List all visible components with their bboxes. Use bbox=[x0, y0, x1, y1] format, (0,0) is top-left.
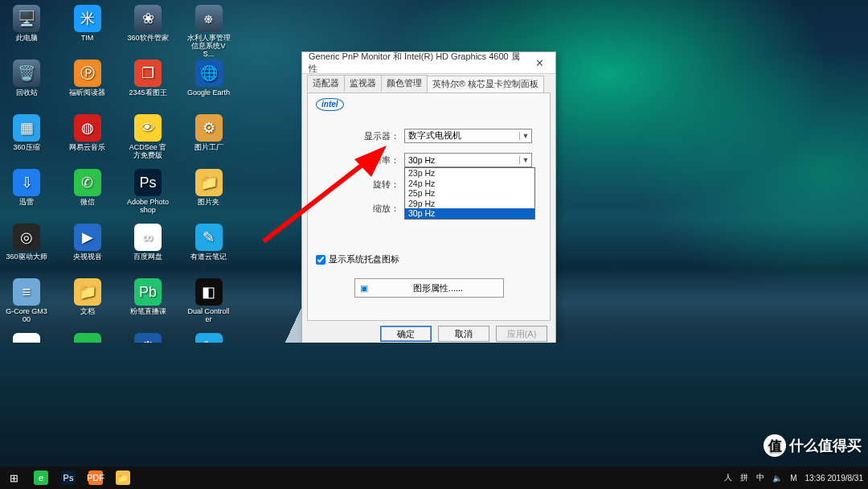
desktop-icon-label: G-Core GM300 bbox=[5, 307, 48, 323]
desktop-icon-label: 格式工厂 bbox=[133, 362, 162, 370]
desktop-icon-22[interactable]: ⚙格式工厂 bbox=[126, 331, 170, 384]
dialog-titlebar[interactable]: Generic PnP Monitor 和 Intel(R) HD Graphi… bbox=[302, 52, 555, 74]
refresh-rate-dropdown[interactable]: 23p Hz24p Hz25p Hz29p Hz30p Hz bbox=[404, 167, 535, 220]
volume-icon[interactable]: 🔈 bbox=[772, 474, 782, 483]
tray-checkbox-input[interactable] bbox=[316, 255, 326, 265]
desktop-icon-label: ACDSee 官方免费版 bbox=[126, 143, 170, 159]
cancel-button[interactable]: 取消 bbox=[438, 326, 489, 342]
taskbar-app-pdf-app[interactable]: PDF bbox=[82, 471, 109, 485]
desktop-icon-label: 有道云笔记网页版 bbox=[187, 362, 231, 378]
desktop-icon-label: 百度网盘 bbox=[133, 253, 162, 261]
desktop-icon-25[interactable]: 🌐Google Earth bbox=[187, 58, 231, 111]
app-icon: 🌐 bbox=[195, 60, 223, 87]
taskbar-app-explorer[interactable]: 📁 bbox=[109, 471, 137, 485]
desktop-icon-label: 迅雷 bbox=[19, 198, 34, 206]
dialog-button-row: 确定 取消 应用(A) bbox=[380, 326, 547, 342]
desktop-icon-0[interactable]: 🖥️此电脑 bbox=[5, 3, 48, 56]
app-icon: ≡ bbox=[13, 278, 40, 306]
desktop-icon-8[interactable]: 米TIM bbox=[66, 3, 109, 56]
clock-date: 2019/8/31 bbox=[828, 474, 864, 483]
desktop-icon-24[interactable]: ⎈水利人事管理信息系统VS... bbox=[187, 3, 231, 56]
desktop-icon-12[interactable]: ▶央视视音 bbox=[66, 222, 109, 275]
watermark-text: 什么值得买 bbox=[789, 436, 862, 455]
desktop-icon-label: 福昕阅读器 bbox=[69, 88, 105, 97]
chevron-down-icon: ▼ bbox=[519, 156, 531, 164]
app-icon: ⇩ bbox=[13, 169, 40, 196]
desktop-icon-10[interactable]: ◍网易云音乐 bbox=[66, 113, 109, 166]
desktop-icon-2[interactable]: ▦360压缩 bbox=[5, 113, 48, 166]
explorer-icon: 📁 bbox=[116, 471, 130, 485]
refresh-combo[interactable]: 30p Hz ▼ bbox=[404, 153, 532, 167]
taskbar-app-360-browser[interactable]: e bbox=[27, 471, 55, 485]
desktop-icon-17[interactable]: ❐2345看图王 bbox=[126, 58, 170, 111]
dialog-title: Generic PnP Monitor 和 Intel(R) HD Graphi… bbox=[309, 51, 524, 75]
desktop-icon-19[interactable]: PsAdobe Photoshop bbox=[126, 167, 170, 220]
close-icon[interactable]: ✕ bbox=[524, 52, 555, 73]
desktop-icon-29[interactable]: ◧Dual Controller bbox=[187, 277, 231, 330]
desktop-icon-28[interactable]: ✎有道云笔记 bbox=[187, 222, 231, 275]
desktop-icon-9[interactable]: Ⓟ福昕阅读器 bbox=[66, 58, 109, 111]
desktop-icon-14[interactable]: e360安全浏览器 bbox=[66, 331, 109, 384]
desktop-icon-16[interactable]: ❀360软件管家 bbox=[126, 3, 170, 56]
ime-indicator-3[interactable]: M bbox=[790, 474, 796, 483]
ime-indicator-1[interactable]: 拼 bbox=[740, 472, 748, 483]
display-combo[interactable]: 数字式电视机 ▼ bbox=[404, 129, 532, 143]
refresh-option-0[interactable]: 23p Hz bbox=[405, 168, 534, 179]
desktop-icon-18[interactable]: 👁ACDSee 官方免费版 bbox=[126, 113, 170, 166]
desktop-icon-15[interactable]: ⊕360安全卫士 bbox=[66, 386, 109, 439]
desktop-icon-label: TIM bbox=[81, 34, 94, 42]
desktop-icon-4[interactable]: ◎360驱动大师 bbox=[5, 222, 48, 275]
taskbar-clock[interactable]: 13:36 2019/8/31 bbox=[805, 474, 863, 483]
desktop-icon-13[interactable]: 📁文档 bbox=[66, 277, 109, 330]
desktop-icon-label: 此电脑 bbox=[16, 34, 38, 42]
desktop-icons-area: 🖥️此电脑🗑️回收站▦360压缩⇩迅雷◎360驱动大师≡G-Core GM300… bbox=[5, 3, 246, 447]
ime-indicator-2[interactable]: 中 bbox=[756, 472, 764, 483]
desktop-icon-20[interactable]: ∞百度网盘 bbox=[126, 222, 170, 275]
desktop-icon-label: 360安全浏览器 bbox=[66, 362, 109, 378]
taskbar-app-photoshop[interactable]: Ps bbox=[55, 471, 82, 485]
desktop-icon-6[interactable]: ♫iTunes bbox=[5, 331, 48, 384]
watermark-icon: 值 bbox=[764, 434, 786, 457]
graphics-properties-button[interactable]: ▣ 图形属性...... bbox=[354, 278, 504, 298]
app-icon: Pb bbox=[134, 278, 162, 306]
tray-checkbox-label: 显示系统托盘图标 bbox=[329, 253, 399, 265]
photoshop-icon: Ps bbox=[61, 471, 76, 485]
desktop-icon-7[interactable]: ▶QQ影音 bbox=[5, 386, 48, 439]
tab-3[interactable]: 英特尔® 核芯显卡控制面板 bbox=[427, 76, 544, 92]
app-icon: ⊕ bbox=[74, 388, 101, 415]
desktop-icon-label: iTunes bbox=[16, 362, 38, 370]
desktop-icon-30[interactable]: ✎有道云笔记网页版 bbox=[187, 331, 231, 384]
desktop-icon-21[interactable]: Pb粉笔直播课 bbox=[126, 277, 170, 330]
desktop-icon-26[interactable]: ⚙图片工厂 bbox=[187, 113, 231, 166]
refresh-option-2[interactable]: 25p Hz bbox=[405, 188, 534, 199]
desktop-icon-label: 360驱动大师 bbox=[6, 253, 47, 261]
desktop-icon-11[interactable]: ✆微信 bbox=[66, 167, 109, 220]
desktop-icon-23[interactable]: ▢OnScreen Control bbox=[126, 386, 170, 439]
app-icon: 🗑️ bbox=[13, 60, 40, 87]
desktop-icon-label: 回收站 bbox=[16, 88, 38, 97]
refresh-option-4[interactable]: 30p Hz bbox=[405, 208, 534, 219]
app-icon: 米 bbox=[74, 5, 101, 32]
taskbar: ⊞ ePsPDF📁 人 拼 中 🔈 M 13:36 2019/8/31 bbox=[0, 466, 868, 489]
show-tray-icon-checkbox[interactable]: 显示系统托盘图标 bbox=[316, 253, 399, 265]
desktop-icon-label: 网易云音乐 bbox=[69, 143, 105, 151]
app-icon: ◍ bbox=[74, 114, 101, 142]
refresh-option-3[interactable]: 29p Hz bbox=[405, 199, 534, 209]
tab-1[interactable]: 监视器 bbox=[344, 75, 382, 92]
windows-logo-icon: ⊞ bbox=[10, 472, 18, 484]
refresh-option-1[interactable]: 24p Hz bbox=[405, 179, 534, 189]
watermark: 值 什么值得买 bbox=[764, 434, 862, 457]
start-button[interactable]: ⊞ bbox=[0, 466, 27, 489]
desktop-icon-3[interactable]: ⇩迅雷 bbox=[5, 167, 48, 220]
intel-control-panel: intel 显示器： 数字式电视机 ▼ 刷新率： 30p Hz ▼ 23p Hz… bbox=[307, 92, 551, 321]
tray-overflow-icon[interactable]: 人 bbox=[724, 472, 732, 483]
graphics-properties-label: 图形属性...... bbox=[373, 282, 503, 294]
app-icon: 📁 bbox=[195, 169, 223, 196]
tab-0[interactable]: 适配器 bbox=[307, 75, 345, 92]
desktop-icon-label: 图片工厂 bbox=[194, 143, 223, 151]
desktop-icon-27[interactable]: 📁图片夹 bbox=[187, 167, 231, 220]
desktop-icon-1[interactable]: 🗑️回收站 bbox=[5, 58, 48, 111]
tab-2[interactable]: 颜色管理 bbox=[381, 75, 428, 92]
desktop-icon-5[interactable]: ≡G-Core GM300 bbox=[5, 277, 48, 330]
ok-button[interactable]: 确定 bbox=[380, 326, 432, 342]
